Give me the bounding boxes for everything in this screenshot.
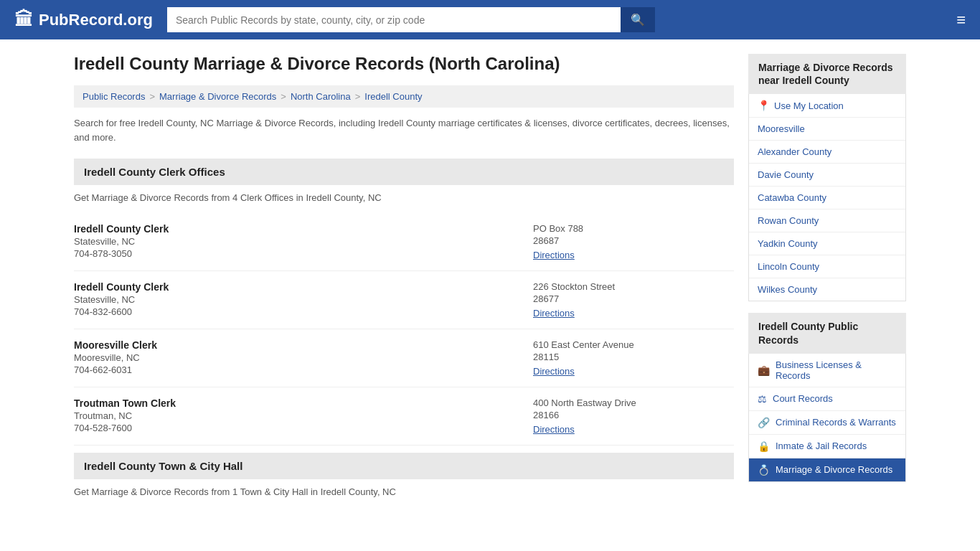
marriage-icon: 💍: [758, 464, 770, 476]
breadcrumb-link-iredell[interactable]: Iredell County: [364, 91, 422, 102]
court-icon: ⚖: [758, 393, 767, 405]
search-button[interactable]: 🔍: [621, 7, 655, 32]
directions-link-4[interactable]: Directions: [533, 424, 575, 435]
sidebar: Marriage & Divorce Records near Iredell …: [748, 54, 906, 507]
office-name-4: Troutman Town Clerk: [74, 397, 519, 409]
breadcrumb-sep-1: >: [149, 91, 155, 102]
office-phone-4: 704-528-7600: [74, 423, 519, 433]
office-zip-1: 28687: [533, 235, 734, 246]
sidebar-nearby-lincoln: Lincoln County: [749, 255, 905, 278]
directions-link-3[interactable]: Directions: [533, 366, 575, 377]
office-zip-3: 28115: [533, 352, 734, 362]
office-right-1: PO Box 788 28687 Directions: [533, 223, 734, 260]
sidebar-link-yadkin[interactable]: Yadkin County: [749, 232, 905, 255]
sidebar-label-business: Business Licenses & Records: [776, 359, 897, 381]
office-right-3: 610 East Center Avenue 28115 Directions: [533, 339, 734, 377]
sidebar-label-inmate: Inmate & Jail Records: [776, 441, 867, 451]
logo-icon: 🏛: [14, 9, 33, 31]
office-right-2: 226 Stockton Street 28677 Directions: [533, 281, 734, 319]
office-address-2: 226 Stockton Street: [533, 281, 734, 292]
town-section-header: Iredell County Town & City Hall: [74, 453, 734, 479]
site-logo[interactable]: 🏛 PubRecord.org: [14, 9, 153, 31]
sidebar-label-marriage: Marriage & Divorce Records: [776, 464, 892, 475]
sidebar-nearby-catawba: Catawba County: [749, 187, 905, 209]
town-section-desc: Get Marriage & Divorce Records from 1 To…: [74, 486, 734, 497]
office-zip-2: 28677: [533, 293, 734, 304]
office-left-4: Troutman Town Clerk Troutman, NC 704-528…: [74, 397, 519, 435]
location-pin-icon: 📍: [758, 100, 770, 111]
breadcrumb-link-public-records[interactable]: Public Records: [83, 91, 145, 102]
office-zip-4: 28166: [533, 410, 734, 420]
office-address-4: 400 North Eastway Drive: [533, 397, 734, 408]
sidebar-link-catawba[interactable]: Catawba County: [749, 187, 905, 209]
town-section: Iredell County Town & City Hall Get Marr…: [74, 446, 734, 497]
logo-text: PubRecord.org: [39, 11, 153, 29]
breadcrumb: Public Records > Marriage & Divorce Reco…: [74, 85, 734, 108]
sidebar-link-mooresville[interactable]: Mooresville: [749, 118, 905, 140]
sidebar-use-location-text: Use My Location: [774, 100, 844, 111]
sidebar-label-yadkin: Yadkin County: [758, 238, 818, 249]
inmate-icon: 🔒: [758, 441, 770, 452]
sidebar-link-business[interactable]: 💼 Business Licenses & Records: [749, 354, 905, 387]
office-entry-2: Iredell County Clerk Statesville, NC 704…: [74, 271, 734, 329]
office-phone-3: 704-662-6031: [74, 364, 519, 375]
menu-button[interactable]: ≡: [956, 11, 966, 29]
search-input[interactable]: [167, 7, 621, 32]
office-address-3: 610 East Center Avenue: [533, 339, 734, 350]
office-entry-4: Troutman Town Clerk Troutman, NC 704-528…: [74, 387, 734, 446]
sidebar-nearby-yadkin: Yadkin County: [749, 232, 905, 255]
sidebar-label-rowan: Rowan County: [758, 215, 819, 226]
sidebar-record-court: ⚖ Court Records: [749, 387, 905, 411]
page-description: Search for free Iredell County, NC Marri…: [74, 116, 734, 144]
breadcrumb-link-nc[interactable]: North Carolina: [291, 91, 351, 102]
office-left-3: Mooresville Clerk Mooresville, NC 704-66…: [74, 339, 519, 377]
sidebar-label-catawba: Catawba County: [758, 192, 826, 203]
sidebar-link-davie[interactable]: Davie County: [749, 164, 905, 186]
clerk-section-desc: Get Marriage & Divorce Records from 4 Cl…: [74, 192, 734, 203]
sidebar-link-wilkes[interactable]: Wilkes County: [749, 278, 905, 301]
site-header: 🏛 PubRecord.org 🔍 ≡: [0, 0, 980, 39]
directions-link-2[interactable]: Directions: [533, 308, 575, 319]
sidebar-use-location-link[interactable]: 📍 Use My Location: [749, 94, 905, 117]
sidebar-records-list: 💼 Business Licenses & Records ⚖ Court Re…: [748, 354, 906, 482]
sidebar-record-business: 💼 Business Licenses & Records: [749, 354, 905, 387]
breadcrumb-sep-2: >: [281, 91, 286, 102]
breadcrumb-sep-3: >: [355, 91, 361, 102]
sidebar-label-wilkes: Wilkes County: [758, 284, 817, 295]
sidebar-records-title: Iredell County Public Records: [748, 313, 906, 353]
sidebar-link-marriage[interactable]: 💍 Marriage & Divorce Records: [749, 458, 905, 481]
sidebar-use-location-item: 📍 Use My Location: [749, 94, 905, 118]
sidebar-link-alexander[interactable]: Alexander County: [749, 141, 905, 163]
office-right-4: 400 North Eastway Drive 28166 Directions: [533, 397, 734, 435]
criminal-icon: 🔗: [758, 417, 770, 428]
office-name-1: Iredell County Clerk: [74, 223, 519, 235]
sidebar-record-inmate: 🔒 Inmate & Jail Records: [749, 435, 905, 458]
content-area: Iredell County Marriage & Divorce Record…: [74, 54, 734, 507]
office-city-4: Troutman, NC: [74, 410, 519, 421]
sidebar-record-marriage: 💍 Marriage & Divorce Records: [749, 458, 905, 481]
sidebar-link-court[interactable]: ⚖ Court Records: [749, 387, 905, 410]
office-city-2: Statesville, NC: [74, 294, 519, 305]
sidebar-label-criminal: Criminal Records & Warrants: [776, 417, 896, 428]
sidebar-link-criminal[interactable]: 🔗 Criminal Records & Warrants: [749, 411, 905, 434]
sidebar-link-inmate[interactable]: 🔒 Inmate & Jail Records: [749, 435, 905, 458]
office-phone-2: 704-832-6600: [74, 306, 519, 317]
office-name-2: Iredell County Clerk: [74, 281, 519, 293]
office-city-3: Mooresville, NC: [74, 352, 519, 363]
sidebar-nearby-mooresville: Mooresville: [749, 118, 905, 141]
office-name-3: Mooresville Clerk: [74, 339, 519, 351]
directions-link-1[interactable]: Directions: [533, 250, 575, 260]
search-bar: 🔍: [167, 7, 655, 32]
page-title: Iredell County Marriage & Divorce Record…: [74, 54, 734, 74]
sidebar-nearby-wilkes: Wilkes County: [749, 278, 905, 301]
office-phone-1: 704-878-3050: [74, 248, 519, 259]
breadcrumb-link-marriage[interactable]: Marriage & Divorce Records: [159, 91, 276, 102]
office-left-2: Iredell County Clerk Statesville, NC 704…: [74, 281, 519, 319]
sidebar-nearby-rowan: Rowan County: [749, 209, 905, 232]
sidebar-label-mooresville: Mooresville: [758, 123, 805, 134]
sidebar-link-lincoln[interactable]: Lincoln County: [749, 255, 905, 278]
sidebar-label-court: Court Records: [773, 393, 833, 404]
clerk-section-header: Iredell County Clerk Offices: [74, 159, 734, 185]
office-entry-1: Iredell County Clerk Statesville, NC 704…: [74, 213, 734, 271]
sidebar-link-rowan[interactable]: Rowan County: [749, 209, 905, 232]
